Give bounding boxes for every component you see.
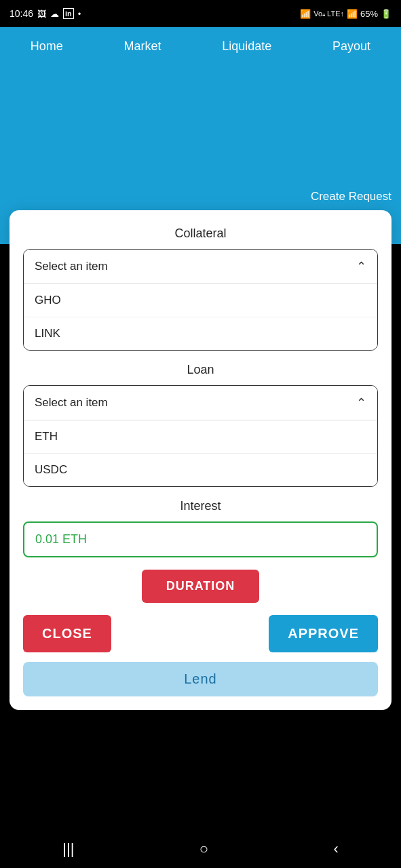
nav-item-liquidate[interactable]: Liquidate <box>214 34 280 59</box>
bottom-nav-home-icon[interactable]: ○ <box>199 840 208 858</box>
loan-dropdown-header[interactable]: Select an item ⌃ <box>24 386 377 420</box>
dot-icon: • <box>78 9 81 19</box>
nav-item-home[interactable]: Home <box>22 34 71 59</box>
create-request-link[interactable]: Create Request <box>311 190 392 203</box>
collateral-option-link[interactable]: LINK <box>24 317 377 350</box>
linkedin-icon: in <box>63 8 74 19</box>
nav-item-market[interactable]: Market <box>116 34 170 59</box>
status-bar: 10:46 🖼 ☁ in • 📶 Vo₄ LTE↑ 📶 65% 🔋 <box>0 0 401 27</box>
approve-button[interactable]: APPROVE <box>269 615 378 652</box>
wifi-icon: 📶 <box>300 9 311 19</box>
collateral-label: Collateral <box>23 226 378 241</box>
loan-chevron-up-icon: ⌃ <box>356 395 366 410</box>
duration-button[interactable]: DURATION <box>142 570 260 603</box>
loan-dropdown[interactable]: Select an item ⌃ ETH USDC <box>23 385 378 487</box>
battery-icon: 🔋 <box>381 9 392 19</box>
bottom-nav-recent-apps-icon[interactable]: ||| <box>62 840 74 858</box>
time-display: 10:46 <box>9 8 33 19</box>
loan-option-eth[interactable]: ETH <box>24 420 377 454</box>
bottom-nav-back-icon[interactable]: ‹ <box>333 840 338 858</box>
battery-display: 65% <box>360 9 378 19</box>
collateral-chevron-up-icon: ⌃ <box>356 259 366 274</box>
loan-placeholder: Select an item <box>35 396 108 410</box>
lend-button-wrapper: Lend <box>23 662 378 696</box>
bottom-navigation: ||| ○ ‹ <box>0 830 401 868</box>
loan-label: Loan <box>23 363 378 377</box>
close-button[interactable]: CLOSE <box>23 615 111 652</box>
status-bar-right: 📶 Vo₄ LTE↑ 📶 65% 🔋 <box>300 9 392 19</box>
collateral-dropdown-header[interactable]: Select an item ⌃ <box>24 250 377 284</box>
interest-value: 0.01 ETH <box>23 521 378 557</box>
cloud-icon: ☁ <box>50 9 59 19</box>
cellular-icon: 📶 <box>347 9 358 19</box>
photo-icon: 🖼 <box>37 9 46 19</box>
collateral-option-gho[interactable]: GHO <box>24 284 377 317</box>
lend-button[interactable]: Lend <box>23 662 378 696</box>
signal-icon: Vo₄ LTE↑ <box>313 9 344 18</box>
nav-item-payout[interactable]: Payout <box>324 34 379 59</box>
action-buttons-row: CLOSE APPROVE <box>23 615 378 652</box>
loan-option-usdc[interactable]: USDC <box>24 454 377 486</box>
status-bar-left: 10:46 🖼 ☁ in • <box>9 8 81 19</box>
nav-bar: Home Market Liquidate Payout <box>0 27 401 65</box>
collateral-placeholder: Select an item <box>35 260 108 273</box>
collateral-dropdown[interactable]: Select an item ⌃ GHO LINK <box>23 249 378 351</box>
modal-card: Collateral Select an item ⌃ GHO LINK Loa… <box>9 210 392 710</box>
duration-button-wrapper: DURATION <box>23 570 378 603</box>
interest-label: Interest <box>23 499 378 513</box>
